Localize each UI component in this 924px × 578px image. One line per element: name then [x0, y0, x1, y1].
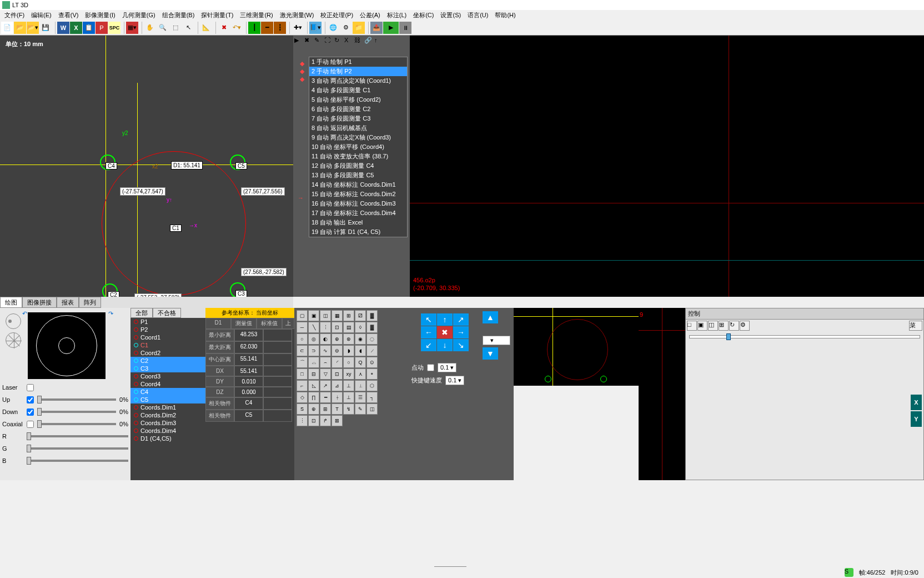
- menu-coordinate[interactable]: 坐标(C): [410, 10, 437, 20]
- palette-tool-59[interactable]: T: [332, 403, 343, 415]
- x-axis-button[interactable]: X: [911, 395, 922, 410]
- word-icon[interactable]: W: [57, 22, 69, 34]
- palette-tool-53[interactable]: ⊥: [343, 392, 354, 403]
- palette-tool-21[interactable]: ⊂: [297, 345, 308, 356]
- script-row-10[interactable]: 10 自动 坐标平移 (Coord4): [309, 142, 407, 152]
- drawing-viewport[interactable]: 单位：10 mm C4 C5 C2 C3 C1 D1: 55.141 (-27.…: [0, 36, 293, 297]
- script-row-6[interactable]: 6 自动 多段圆测量 C2: [309, 104, 407, 114]
- delete-icon[interactable]: ✖: [218, 22, 230, 34]
- palette-tool-0[interactable]: ▢: [297, 310, 308, 321]
- ctrl-btn-2[interactable]: ▣: [697, 321, 707, 331]
- palette-tool-4[interactable]: ⊞: [343, 310, 354, 321]
- menu-language[interactable]: 语言(U): [464, 10, 491, 20]
- script-row-9[interactable]: 9 自动 两点决定X轴 (Coord3): [309, 133, 407, 142]
- tab-report[interactable]: 报表: [57, 297, 79, 308]
- script-row-15[interactable]: 15 自动 坐标标注 Coords.Dim2: [309, 190, 407, 199]
- script-row-4[interactable]: 4 自动 多段圆测量 C1: [309, 86, 407, 95]
- dotmove-checkbox[interactable]: [427, 364, 434, 371]
- timeline-slider[interactable]: [689, 335, 920, 338]
- open2-icon[interactable]: 📂▾: [27, 22, 39, 34]
- palette-tool-44[interactable]: ↗: [320, 380, 331, 391]
- palette-tool-55[interactable]: ┐: [366, 392, 378, 403]
- tree-tab-fail[interactable]: 不合格: [153, 308, 181, 318]
- coaxial-slider[interactable]: [37, 423, 116, 425]
- palette-tool-23[interactable]: ∿: [320, 345, 331, 356]
- palette-tool-61[interactable]: ✎: [355, 403, 366, 415]
- tree-item-c3[interactable]: C3: [130, 365, 205, 372]
- new-icon[interactable]: 📄: [1, 22, 13, 34]
- palette-tool-52[interactable]: ⟊: [332, 392, 343, 403]
- camera-viewport[interactable]: 456.o2p (-20.709, 30.335): [410, 36, 924, 297]
- menu-button[interactable]: 菜: [909, 321, 922, 331]
- tree-item-c4[interactable]: C4: [130, 388, 205, 396]
- script-link-icon[interactable]: 🔗: [364, 37, 373, 46]
- nav-s-icon[interactable]: ↓: [437, 339, 453, 351]
- menu-edit[interactable]: 编辑(E): [28, 10, 55, 20]
- tree-item-coord2[interactable]: Coord2: [130, 349, 205, 357]
- tree-tab-all[interactable]: 全部: [130, 308, 153, 318]
- palette-tool-17[interactable]: ⊕: [332, 333, 343, 345]
- palette-tool-33[interactable]: Q: [355, 357, 366, 368]
- script-row-11[interactable]: 11 自动 改变放大倍率 (38.7): [309, 152, 407, 161]
- palette-tool-10[interactable]: ⊡: [332, 322, 343, 333]
- save-icon[interactable]: 💾: [39, 22, 52, 34]
- palette-tool-1[interactable]: ▣: [308, 310, 319, 321]
- palette-tool-15[interactable]: ◎: [308, 333, 319, 345]
- b-slider[interactable]: [27, 460, 128, 462]
- tree-item-coordsdim2[interactable]: Coords.Dim2: [130, 411, 205, 419]
- palette-tool-66[interactable]: ⊠: [332, 415, 343, 426]
- menu-annotation[interactable]: 标注(L): [384, 10, 410, 20]
- rotate-right-icon[interactable]: ↷: [108, 310, 113, 317]
- tree-item-p1[interactable]: P1: [130, 318, 205, 326]
- palette-tool-5[interactable]: ⚂: [355, 310, 366, 321]
- palette-tool-35[interactable]: □: [297, 368, 308, 380]
- script-expand-icon[interactable]: ⛶: [324, 37, 333, 46]
- globe-icon[interactable]: 🌐: [327, 22, 339, 34]
- palette-tool-16[interactable]: ◐: [320, 333, 331, 345]
- gear-icon[interactable]: ⚙: [340, 22, 352, 34]
- palette-tool-30[interactable]: ⌢: [320, 357, 331, 368]
- palette-tool-20[interactable]: ◌: [366, 333, 378, 345]
- ctrl-btn-6[interactable]: ⚙: [740, 321, 750, 331]
- menu-calibration[interactable]: 校正处理(P): [317, 10, 356, 20]
- script-row-16[interactable]: 16 自动 坐标标注 Coords.Dim3: [309, 199, 407, 208]
- tab-drawing[interactable]: 绘图: [0, 297, 22, 308]
- select-icon[interactable]: ⬚: [169, 22, 182, 34]
- axis3-icon[interactable]: ┇: [274, 22, 286, 34]
- palette-tool-19[interactable]: ◉: [355, 333, 366, 345]
- nav-down2-icon[interactable]: ▼: [483, 347, 498, 360]
- menu-probe-measure[interactable]: 探针测量(T): [198, 10, 237, 20]
- ctrl-btn-1[interactable]: □: [687, 321, 697, 331]
- measure-icon[interactable]: 📐: [200, 22, 212, 34]
- script-list[interactable]: 1 手动 绘制 P12 手动 绘制 P23 自动 两点决定X轴 (Coord1)…: [309, 57, 408, 237]
- script-row-19[interactable]: 19 自动 计算 D1 (C4, C5): [309, 227, 407, 237]
- ctrl-btn-3[interactable]: ◫: [708, 321, 718, 331]
- palette-tool-63[interactable]: ⋮: [297, 415, 308, 426]
- palette-tool-45[interactable]: ⊿: [332, 380, 343, 391]
- axis2-icon[interactable]: ━: [261, 22, 273, 34]
- script-up-icon[interactable]: ↑: [374, 37, 383, 46]
- arrow-icon[interactable]: ↖: [182, 22, 194, 34]
- palette-tool-37[interactable]: ▽: [320, 368, 331, 380]
- nav-n-icon[interactable]: ↑: [437, 313, 453, 326]
- script-row-8[interactable]: 8 自动 返回机械基点: [309, 123, 407, 133]
- nav-w-icon[interactable]: ←: [421, 326, 436, 338]
- open-icon[interactable]: 📂: [14, 22, 26, 34]
- script-row-14[interactable]: 14 自动 坐标标注 Coords.Dim1: [309, 180, 407, 190]
- grid-row-1[interactable]: 最大距离62.030: [205, 341, 294, 353]
- report-icon[interactable]: 📋: [83, 22, 95, 34]
- palette-tool-60[interactable]: ↯: [343, 403, 354, 415]
- tree-item-c1[interactable]: C1: [130, 341, 205, 349]
- palette-tool-54[interactable]: ☰: [355, 392, 366, 403]
- up-checkbox[interactable]: [27, 396, 34, 403]
- palette-tool-39[interactable]: xy: [343, 368, 354, 380]
- nav-step-dropdown[interactable]: ▾: [483, 336, 510, 345]
- palette-tool-51[interactable]: ━: [320, 392, 331, 403]
- pause-icon[interactable]: ⏸: [399, 22, 411, 34]
- tree-item-d1c4c5[interactable]: D1 (C4,C5): [130, 435, 205, 442]
- palette-tool-14[interactable]: ○: [297, 333, 308, 345]
- nav-ne-icon[interactable]: ↗: [453, 313, 469, 326]
- y-axis-button[interactable]: Y: [911, 411, 922, 427]
- palette-tool-2[interactable]: ◫: [320, 310, 331, 321]
- palette-tool-42[interactable]: ⌐: [297, 380, 308, 391]
